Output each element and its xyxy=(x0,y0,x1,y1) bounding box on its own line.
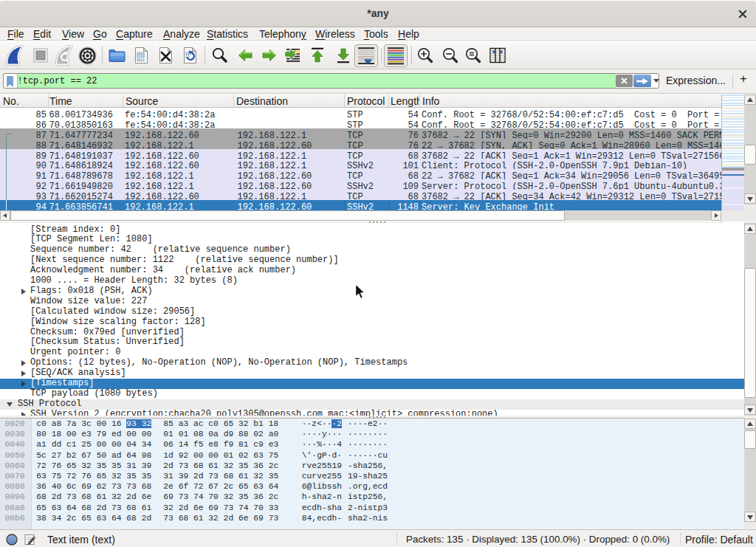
svg-text:0011: 0011 xyxy=(137,58,145,62)
